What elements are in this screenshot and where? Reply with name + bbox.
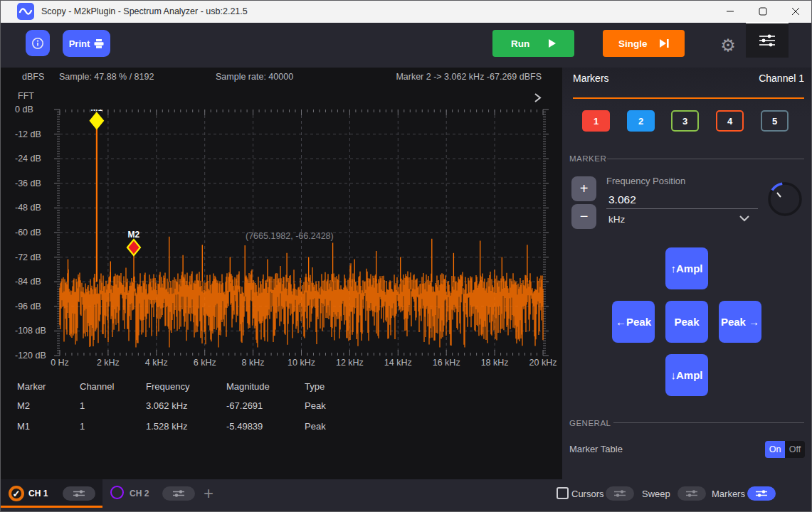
sliders-icon [72, 489, 86, 498]
peak-right-button[interactable]: Peak → [719, 301, 761, 343]
channel1-active-underline [0, 506, 102, 508]
marker-table-cell: 1 [80, 400, 85, 411]
x-tick-label: 14 kHz [372, 358, 423, 368]
marker-table-cell: 1.528 kHz [146, 421, 188, 432]
channel1-settings-pill[interactable] [63, 486, 95, 501]
general-section-label: GENERAL [569, 419, 611, 427]
x-tick-label: 20 kHz [517, 358, 569, 368]
freq-unit-select[interactable]: kHz [608, 214, 625, 225]
y-tick-label: -24 dB [15, 154, 41, 164]
marker-button-5[interactable]: 5 [761, 110, 789, 132]
cursors-label[interactable]: Cursors [571, 489, 604, 499]
x-tick-label: 6 kHz [179, 358, 231, 368]
peak-button[interactable]: Peak [665, 301, 708, 343]
titlebar: Scopy - M2kPlugin - Spectrum Analyzer - … [0, 0, 812, 23]
sliders-icon [685, 489, 699, 498]
settings-panel-toggle[interactable] [746, 22, 789, 58]
x-tick-label: 0 Hz [34, 358, 85, 368]
marker-button-4[interactable]: 4 [716, 110, 744, 132]
gear-icon[interactable]: ⚙ [718, 36, 738, 55]
toolbar: Print Run Single ⚙ [0, 23, 812, 68]
y-tick-label: -96 dB [15, 302, 41, 312]
tune-icon [759, 34, 776, 47]
marker-table-toggle[interactable]: On Off [765, 441, 805, 458]
marker-button-1[interactable]: 1 [582, 110, 610, 132]
channel2-settings-pill[interactable] [162, 486, 195, 501]
marker-table-cell: M2 [17, 400, 30, 411]
freq-underline [606, 208, 758, 209]
marker-table-cell: -5.49839 [226, 421, 263, 432]
minimize-button[interactable] [714, 0, 747, 23]
marker-table-header: Magnitude [226, 381, 270, 392]
y-tick-label: -36 dB [15, 178, 41, 189]
sliders-icon [754, 489, 769, 498]
y-tick-label: -108 dB [15, 326, 46, 336]
app-icon [17, 3, 34, 20]
skip-end-icon [660, 39, 669, 48]
general-section-line [613, 422, 804, 423]
sweep-settings-pill[interactable] [677, 486, 706, 501]
x-tick-label: 2 kHz [83, 358, 134, 368]
channel1-label: CH 1 [28, 489, 48, 498]
channel2-circle-icon[interactable] [110, 486, 124, 499]
y-tick-label: -72 dB [15, 252, 41, 263]
marker-table-toggle-label: Marker Table [569, 444, 623, 454]
cursors-settings-pill[interactable] [606, 486, 634, 501]
channel1-check-icon[interactable]: ✓ [9, 486, 24, 501]
marker-table-cell: 3.062 kHz [146, 400, 188, 411]
marker-button-2[interactable]: 2 [627, 110, 655, 132]
window-title: Scopy - M2kPlugin - Spectrum Analyzer - … [41, 6, 248, 16]
marker-table-cell: -67.2691 [226, 400, 263, 411]
x-tick-label: 8 kHz [228, 358, 279, 368]
channel1-tab[interactable]: ✓ CH 1 [0, 479, 102, 508]
sweep-label[interactable]: Sweep [642, 489, 670, 499]
single-button[interactable]: Single [603, 30, 685, 57]
markers-label[interactable]: Markers [712, 489, 745, 499]
freq-position-value[interactable]: 3.062 [608, 193, 636, 206]
marker-table-cell: Peak [305, 400, 326, 411]
x-tick-label: 16 kHz [421, 358, 472, 368]
marker-table-cell: 1 [80, 421, 85, 432]
run-label: Run [511, 38, 529, 49]
unit-dropdown-chevron-icon[interactable] [739, 215, 750, 222]
info-button[interactable] [26, 30, 50, 56]
close-button[interactable] [779, 0, 812, 23]
marker-table-cell: Peak [305, 421, 326, 432]
marker-table-header: Type [305, 381, 325, 392]
panel-channel: Channel 1 [759, 73, 804, 84]
plot-section: dBFS Sample: 47.88 % / 8192 Sample rate:… [0, 68, 562, 479]
x-tick-label: 4 kHz [131, 358, 182, 368]
marker-table-header: Marker [17, 381, 46, 392]
freq-knob[interactable] [766, 180, 804, 218]
freq-position-label: Frequency Position [606, 176, 685, 186]
x-tick-label: 18 kHz [469, 358, 520, 368]
peak-left-button[interactable]: ←Peak [612, 301, 655, 343]
spectrum-plot[interactable]: M1M2(7665.1982, -66.2428) [0, 68, 562, 479]
run-button[interactable]: Run [492, 30, 574, 57]
ampl-down-button[interactable]: ↓Ampl [665, 354, 708, 396]
marker-section-line [607, 159, 804, 159]
channel2-label[interactable]: CH 2 [130, 489, 149, 498]
sliders-icon [613, 489, 627, 498]
print-button[interactable]: Print [63, 30, 110, 57]
y-tick-label: -12 dB [15, 129, 41, 140]
x-tick-label: 10 kHz [276, 358, 327, 368]
toggle-off[interactable]: Off [785, 441, 805, 458]
toggle-on[interactable]: On [765, 441, 785, 458]
cursors-checkbox[interactable] [557, 487, 569, 499]
marker-button-3[interactable]: 3 [671, 110, 699, 132]
maximize-button[interactable] [747, 0, 779, 23]
play-icon [548, 39, 556, 48]
printer-icon [94, 39, 104, 48]
add-channel-button[interactable]: + [204, 484, 213, 503]
marker-table-header: Frequency [146, 381, 189, 392]
ampl-up-button[interactable]: ↑Ampl [665, 247, 708, 289]
y-tick-label: -48 dB [15, 203, 41, 213]
svg-text:M2: M2 [128, 230, 140, 240]
markers-settings-pill[interactable] [747, 486, 776, 501]
svg-text:(7665.1982, -66.2428): (7665.1982, -66.2428) [246, 231, 334, 241]
markers-panel: Markers Channel 1 12345 MARKER + − Frequ… [562, 68, 812, 479]
marker-table-header: Channel [80, 381, 114, 392]
freq-increment-button[interactable]: + [571, 176, 596, 201]
freq-decrement-button[interactable]: − [571, 204, 596, 229]
